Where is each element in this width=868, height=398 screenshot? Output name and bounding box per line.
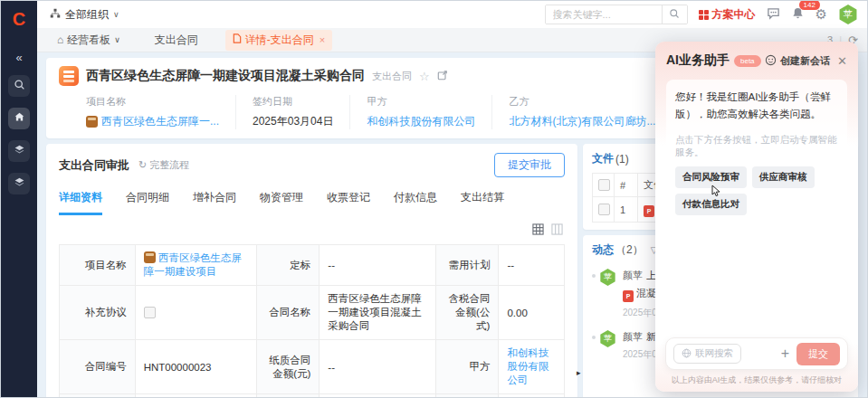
subtab-支出结算[interactable]: 支出结算: [461, 190, 504, 215]
activity-count: （2）: [615, 242, 644, 258]
contract-field-text[interactable]: 西青区绿色生态屏障一...: [101, 114, 219, 129]
workspace-tab-详情-支出合同[interactable]: 详情-支出合同×: [225, 30, 332, 51]
detail-cell-label: 定标: [256, 245, 320, 286]
subtab-合同明细[interactable]: 合同明细: [126, 190, 169, 215]
detail-value-text: HNT00000023: [144, 362, 212, 373]
web-search-toggle[interactable]: 联网搜索: [673, 344, 741, 364]
contract-field-签约日期: 签约日期2025年03月04日: [235, 95, 349, 129]
checkbox[interactable]: [144, 307, 156, 318]
attach-plus-icon[interactable]: +: [774, 346, 796, 362]
detail-cell-label: 需用计划: [435, 245, 499, 286]
open-external-icon[interactable]: [437, 68, 448, 84]
panel-collapse-handle[interactable]: ▸: [577, 368, 581, 377]
notifications-button[interactable]: 142: [791, 6, 805, 24]
sidebar-item-home[interactable]: [8, 108, 30, 129]
global-search-button[interactable]: [662, 5, 687, 24]
detail-value-text[interactable]: 和创科技股份有限公司: [507, 347, 548, 385]
ai-task-供应商审核[interactable]: 供应商审核: [752, 166, 815, 188]
ai-task-付款信息比对[interactable]: 付款信息比对: [675, 194, 747, 215]
ai-assistant-panel: AI业务助手 beta 创建新会话 ✕ 您好！我是红圈AI业务助手（尝鲜版），助…: [655, 42, 858, 392]
ai-greeting-card: 您好！我是红圈AI业务助手（尝鲜版），助您高效解决各类问题。 点击下方任务按钮，…: [666, 80, 847, 226]
ai-task-合同风险预审[interactable]: 合同风险预审: [675, 166, 747, 188]
detail-table-row: 合同编号HNT00000023纸质合同金额(元)--甲方和创科技股份有限公司: [60, 340, 565, 394]
file-select-cell: [593, 197, 615, 223]
sidebar-item-apps[interactable]: [8, 140, 30, 162]
avatar: 苹: [599, 330, 616, 347]
pdf-icon: P: [623, 290, 634, 302]
solution-center-link[interactable]: 方案中心: [699, 7, 756, 23]
column-view-icon[interactable]: [551, 223, 563, 239]
sidebar-collapse-icon[interactable]: «: [15, 51, 22, 64]
approval-title: 支出合同审批: [59, 157, 129, 174]
ai-input-bar: 联网搜索 + 提交: [665, 337, 848, 370]
ai-hint-text: 点击下方任务按钮，立即启动专属智能服务。: [675, 134, 838, 159]
detail-value-text[interactable]: 西青区绿色生态屏障一期建设项目: [144, 252, 242, 277]
workspace-tab-支出合同[interactable]: 支出合同: [148, 30, 205, 51]
pdf-icon: P: [644, 205, 654, 217]
checkbox[interactable]: [598, 204, 610, 215]
project-icon: [86, 116, 98, 128]
user-avatar[interactable]: 苹: [838, 5, 858, 24]
contract-field-text[interactable]: 和创科技股份有限公司: [367, 114, 475, 129]
subtab-收票登记[interactable]: 收票登记: [327, 190, 370, 215]
messages-button[interactable]: [767, 6, 780, 24]
detail-cell-label: 含税合同金额(公式): [435, 286, 499, 340]
contract-type-tag: 支出合同: [372, 70, 412, 83]
project-icon: [144, 251, 156, 263]
table-view-icon[interactable]: [532, 223, 544, 239]
activity-title: 动态: [592, 242, 614, 258]
files-select-all[interactable]: [593, 174, 615, 197]
close-icon[interactable]: ✕: [837, 54, 847, 68]
workspace-tab-label: 支出合同: [155, 33, 198, 48]
close-tab-icon[interactable]: ×: [320, 34, 325, 45]
new-session-label: 创建新会话: [780, 54, 830, 68]
sidebar-item-modules[interactable]: [8, 173, 30, 194]
settings-button[interactable]: ⚙: [816, 6, 827, 23]
contract-doc-icon: [59, 66, 79, 86]
new-session-button[interactable]: 创建新会话: [765, 54, 830, 68]
page-title: 西青区绿色生态屏障一期建设项目混凝土采购合同: [86, 68, 365, 84]
files-count: (1): [615, 153, 629, 166]
detail-table-row: 是否系统模板(系统)是乙方北方材料(北京)有限公司廊坊分公司签约日期2025年0…: [60, 394, 565, 398]
full-flow-link[interactable]: ↻ 完整流程: [138, 158, 189, 172]
detail-cell-label: 合同名称: [256, 286, 320, 340]
ai-panel-title: AI业务助手: [666, 52, 730, 69]
brand-logo-icon[interactable]: C: [7, 7, 31, 31]
activity-user[interactable]: 颜苹: [623, 331, 643, 342]
detail-value-text: 0.00: [507, 308, 527, 318]
sidebar: C «: [1, 1, 37, 398]
detail-cell-value: 西青区绿色生态屏障一期建设项目: [135, 245, 256, 286]
detail-cell-value: --: [320, 340, 435, 394]
workspace-tab-label: 经营看板: [67, 33, 110, 48]
search-icon: [14, 78, 25, 94]
ai-greeting-text: 您好！我是红圈AI业务助手（尝鲜版），助您高效解决各类问题。: [675, 89, 838, 123]
sidebar-item-search[interactable]: [8, 75, 30, 97]
submit-approval-button[interactable]: 提交审批: [494, 153, 565, 177]
beta-badge: beta: [734, 55, 761, 67]
detail-cell-value: 北方材料(北京)有限公司廊坊分公司: [320, 394, 435, 398]
subtab-物资管理[interactable]: 物资管理: [260, 190, 303, 215]
workspace-tab-经营看板[interactable]: ⌂经营看板∨: [50, 30, 128, 51]
detail-cell-value: --: [320, 245, 435, 286]
gear-icon: ⚙: [816, 6, 827, 23]
activity-user[interactable]: 颜苹: [623, 270, 643, 280]
org-selector[interactable]: 全部组织 ∨: [50, 7, 119, 23]
subtab-付款信息[interactable]: 付款信息: [394, 190, 437, 215]
favorite-star-icon[interactable]: ☆: [419, 70, 430, 83]
chevron-down-icon: ∨: [114, 35, 120, 44]
timeline-dot: [592, 336, 596, 339]
detail-cell-label: 乙方: [256, 394, 320, 398]
detail-cell-label: 纸质合同金额(元): [256, 340, 320, 394]
org-tree-icon: [50, 8, 61, 22]
grid-icon: [699, 10, 709, 20]
layers-icon: [14, 175, 25, 192]
subtab-增补合同[interactable]: 增补合同: [193, 190, 236, 215]
subtab-详细资料[interactable]: 详细资料: [59, 190, 102, 215]
contract-field-label: 甲方: [367, 95, 475, 109]
global-search-input[interactable]: [546, 5, 662, 24]
ai-submit-button[interactable]: 提交: [796, 343, 840, 365]
web-search-label: 联网搜索: [695, 347, 733, 360]
detail-value-text: --: [507, 260, 514, 270]
checkbox[interactable]: [598, 179, 610, 191]
contract-field-text[interactable]: 北方材料(北京)有限公司廊坊...: [509, 114, 655, 129]
